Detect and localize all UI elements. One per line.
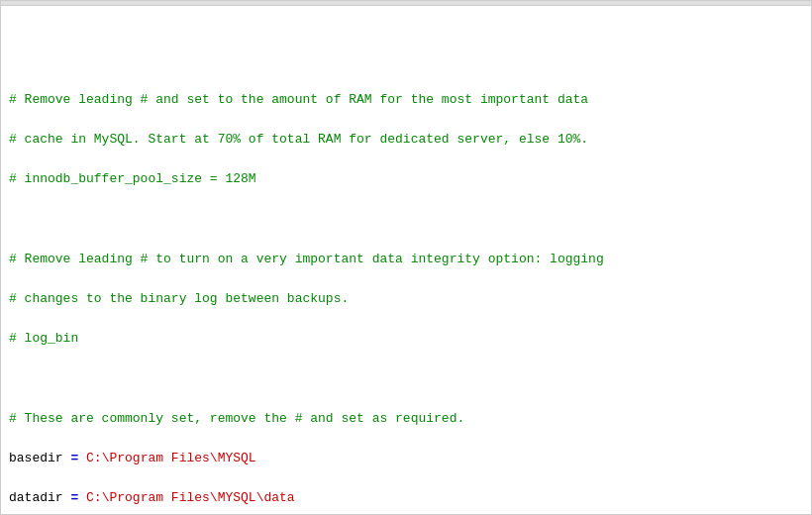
assignment-value: C:\Program Files\MYSQL\data [78, 490, 294, 505]
comment-line: # log_bin [9, 329, 803, 349]
editor-container: # Remove leading # and set to the amount… [0, 0, 812, 515]
comment-line: # changes to the binary log between back… [9, 289, 803, 309]
assignment-line: basedir = C:\Program Files\MYSQL [9, 449, 803, 468]
empty-line [9, 50, 803, 69]
comment-line: # Remove leading # to turn on a very imp… [9, 250, 803, 269]
empty-line [9, 209, 803, 229]
empty-line [9, 369, 803, 389]
comment-line: # cache in MySQL. Start at 70% of total … [9, 130, 803, 150]
comment-line: # innodb_buffer_pool_size = 128M [9, 169, 803, 189]
comment-line: # Remove leading # and set to the amount… [9, 90, 803, 110]
assignment-key: datadir [9, 490, 70, 505]
assignment-key: basedir [9, 451, 70, 465]
assignment-line: datadir = C:\Program Files\MYSQL\data [9, 488, 803, 508]
content-area[interactable]: # Remove leading # and set to the amount… [1, 6, 811, 515]
assignment-value: C:\Program Files\MYSQL [78, 451, 255, 465]
comment-line: # These are commonly set, remove the # a… [9, 409, 803, 429]
